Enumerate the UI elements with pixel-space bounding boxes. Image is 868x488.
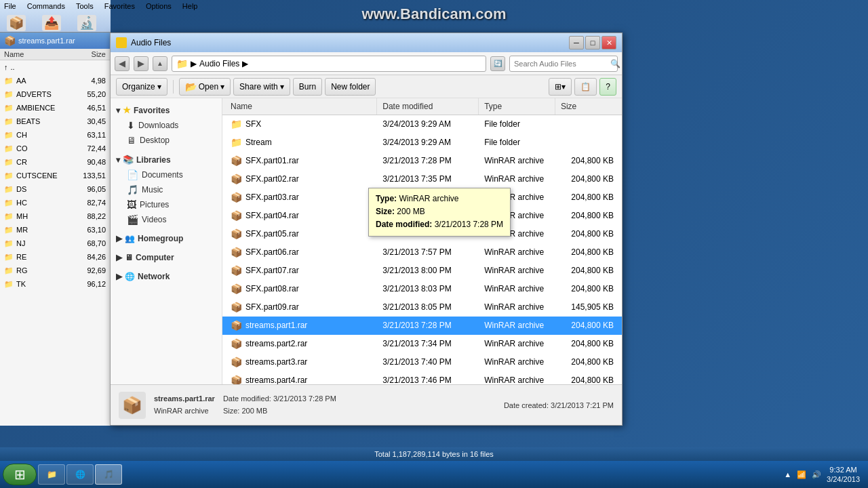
file-size-cell: 204,800 KB — [555, 264, 619, 277]
homegroup-section[interactable]: ▶ 👥 Homegroup — [111, 231, 222, 246]
taskbar-explorer[interactable]: 📁 — [38, 464, 65, 485]
preview-button[interactable]: 📋 — [574, 78, 597, 96]
view-options-button[interactable]: ⊞▾ — [549, 78, 572, 96]
menu-commands[interactable]: Commands — [26, 1, 66, 11]
left-file-item[interactable]: ↑.. — [0, 60, 110, 74]
left-file-item[interactable]: 📁AA4,98 — [0, 74, 110, 87]
file-type-cell: WinRAR archive — [479, 264, 555, 277]
file-type-icon: 📦 — [231, 228, 242, 239]
forward-button[interactable]: ▶ — [134, 56, 149, 71]
left-file-item[interactable]: 📁CUTSCENE133,51 — [0, 169, 110, 182]
back-button[interactable]: ◀ — [115, 56, 130, 71]
share-with-button[interactable]: Share with ▾ — [233, 78, 290, 96]
file-size-cell: 204,800 KB — [555, 155, 619, 167]
left-file-item[interactable]: 📁MR63,10 — [0, 223, 110, 237]
sidebar-lib-icon: 🎵 — [127, 184, 138, 195]
start-button[interactable]: ⊞ — [3, 464, 37, 485]
left-file-item[interactable]: 📁RE84,26 — [0, 250, 110, 264]
menu-tools[interactable]: Tools — [75, 1, 95, 11]
file-name-cell: 📦 SFX.part09.rar — [225, 300, 377, 314]
left-file-item[interactable]: 📁TK96,12 — [0, 277, 110, 291]
table-row[interactable]: 📦 SFX.part09.rar 3/21/2013 8:05 PM WinRA… — [222, 298, 622, 317]
table-row[interactable]: 📦 SFX.part08.rar 3/21/2013 8:03 PM WinRA… — [222, 280, 622, 298]
left-file-item[interactable]: 📁AMBIENCE46,51 — [0, 101, 110, 115]
file-name-cell: 📦 SFX.part06.rar — [225, 245, 377, 259]
menu-favorites[interactable]: Favorites — [103, 1, 136, 11]
sidebar-item-music[interactable]: 🎵Music — [111, 182, 222, 197]
table-row[interactable]: 📦 streams.part2.rar 3/21/2013 7:34 PM Wi… — [222, 335, 622, 353]
file-name-cell: 📦 streams.part2.rar — [225, 337, 377, 350]
sidebar-item-downloads[interactable]: ⬇Downloads — [111, 118, 222, 133]
window-title: Audio Files — [131, 38, 171, 47]
status-modified-value: 3/21/2013 7:28 PM — [273, 394, 336, 403]
table-row[interactable]: 📦 streams.part4.rar 3/21/2013 7:46 PM Wi… — [222, 371, 622, 384]
file-type-icon: 📦 — [231, 210, 242, 221]
new-folder-button[interactable]: New folder — [325, 78, 376, 96]
table-row[interactable]: 📦 SFX.part06.rar 3/21/2013 7:57 PM WinRA… — [222, 243, 622, 262]
col-type-header[interactable]: Type — [479, 98, 555, 115]
file-date-cell: 3/21/2013 7:34 PM — [377, 338, 479, 350]
close-button[interactable]: ✕ — [601, 36, 616, 49]
sidebar-item-desktop[interactable]: 🖥Desktop — [111, 133, 222, 148]
sidebar-item-documents[interactable]: 📄Documents — [111, 167, 222, 182]
left-file-item[interactable]: 📁ADVERTS55,20 — [0, 87, 110, 101]
sidebar-item-pictures[interactable]: 🖼Pictures — [111, 197, 222, 212]
computer-label: Computer — [136, 253, 174, 262]
file-size-cell: 204,800 KB — [555, 356, 619, 368]
refresh-button[interactable]: 🔄 — [490, 56, 505, 71]
taskbar-media[interactable]: 🎵 — [95, 464, 122, 485]
search-icon[interactable]: 🔍 — [610, 59, 620, 68]
maximize-button[interactable]: □ — [585, 36, 600, 49]
file-size-cell: 204,800 KB — [555, 374, 619, 384]
file-name-cell: 📦 SFX.part05.rar — [225, 227, 377, 241]
tooltip-date: Date modified: 3/21/2013 7:28 PM — [376, 218, 503, 231]
burn-button[interactable]: Burn — [293, 78, 322, 96]
col-name-header[interactable]: Name — [225, 98, 377, 115]
col-size-header[interactable]: Size — [555, 98, 619, 115]
sidebar-item-videos[interactable]: 🎬Videos — [111, 212, 222, 227]
libraries-arrow: ▾ — [116, 155, 120, 165]
favorites-section[interactable]: ▾ ★ Favorites — [111, 102, 222, 118]
left-file-item[interactable]: 📁CR90,48 — [0, 155, 110, 169]
homegroup-label: Homegroup — [138, 234, 183, 243]
left-file-item[interactable]: 📁BEATS30,45 — [0, 115, 110, 128]
left-col-size: Size — [69, 49, 110, 60]
left-file-item[interactable]: 📁NJ68,70 — [0, 237, 110, 250]
help-button[interactable]: ? — [599, 78, 616, 96]
minimize-button[interactable]: ─ — [569, 36, 584, 49]
breadcrumb[interactable]: 📁 ▶ Audio Files ▶ — [172, 56, 486, 72]
organize-label: Organize — [122, 82, 155, 92]
menu-file[interactable]: File — [3, 1, 18, 11]
left-file-item[interactable]: 📁CH63,11 — [0, 128, 110, 142]
table-row[interactable]: 📦 SFX.part02.rar 3/21/2013 7:35 PM WinRA… — [222, 170, 622, 188]
taskbar-chrome[interactable]: 🌐 — [66, 464, 94, 485]
file-type-icon: 📦 — [231, 320, 242, 331]
organize-button[interactable]: Organize ▾ — [116, 78, 167, 96]
table-row[interactable]: 📦 SFX.part07.rar 3/21/2013 8:00 PM WinRA… — [222, 262, 622, 280]
network-section[interactable]: ▶ 🌐 Network — [111, 269, 222, 284]
file-type-cell: WinRAR archive — [479, 283, 555, 295]
col-date-header[interactable]: Date modified — [377, 98, 479, 115]
left-file-icon: 📁 — [4, 253, 14, 262]
left-file-item[interactable]: 📁DS96,05 — [0, 182, 110, 196]
burn-label: Burn — [299, 82, 316, 92]
tray-arrow[interactable]: ▲ — [784, 470, 791, 479]
menu-options[interactable]: Options — [144, 1, 173, 11]
open-button[interactable]: 📂 Open ▾ — [179, 78, 231, 96]
libraries-section[interactable]: ▾ 📚 Libraries — [111, 152, 222, 167]
menu-help[interactable]: Help — [181, 1, 199, 11]
file-type-icon: 📦 — [231, 192, 242, 203]
left-file-item[interactable]: 📁RG92,69 — [0, 264, 110, 277]
left-file-item[interactable]: 📁HC82,74 — [0, 196, 110, 209]
breadcrumb-location[interactable]: Audio Files — [199, 59, 239, 68]
table-row[interactable]: 📦 streams.part3.rar 3/21/2013 7:40 PM Wi… — [222, 353, 622, 371]
left-file-item[interactable]: 📁CO72,44 — [0, 142, 110, 155]
up-button[interactable]: ▲ — [153, 56, 167, 71]
search-input[interactable] — [514, 60, 608, 68]
table-row[interactable]: 📁 Stream 3/24/2013 9:29 AM File folder — [222, 134, 622, 152]
computer-section[interactable]: ▶ 🖥 Computer — [111, 250, 222, 265]
left-file-item[interactable]: 📁MH88,22 — [0, 209, 110, 223]
table-row[interactable]: 📦 streams.part1.rar 3/21/2013 7:28 PM Wi… — [222, 317, 622, 335]
table-row[interactable]: 📁 SFX 3/24/2013 9:29 AM File folder — [222, 115, 622, 134]
table-row[interactable]: 📦 SFX.part01.rar 3/21/2013 7:28 PM WinRA… — [222, 152, 622, 170]
